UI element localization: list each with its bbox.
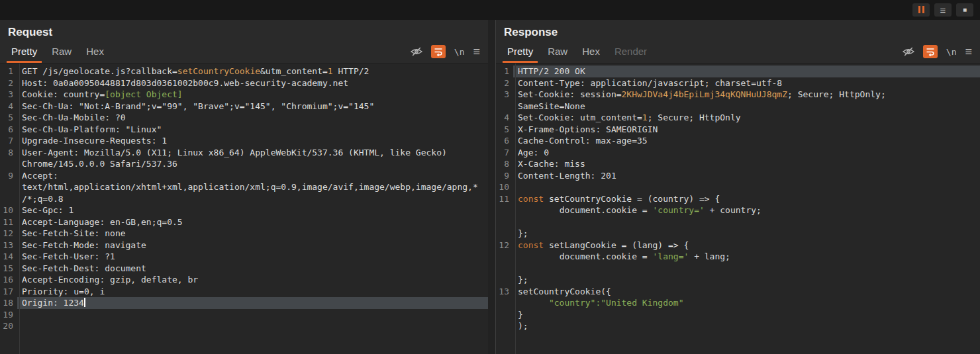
window-top-bar: ≡ ■ — [0, 0, 980, 20]
line-content: Sec-Ch-Ua: "Not:A-Brand";v="99", "Brave"… — [17, 101, 488, 112]
line-number: 17 — [0, 286, 17, 298]
line-content: Accept-Encoding: gzip, deflate, br — [17, 274, 488, 286]
editor-line: 20 — [0, 320, 488, 332]
line-content: Content-Length: 201 — [513, 170, 980, 182]
word-wrap-icon — [434, 47, 443, 56]
line-number: 3 — [0, 89, 17, 101]
editor-line: 10 — [496, 181, 980, 193]
stop-square-icon: ■ — [963, 7, 967, 13]
editor-line: 13setCountryCookie({ "country":"United K… — [496, 286, 980, 332]
editor-line: 12const setLangCookie = (lang) => { docu… — [496, 240, 980, 286]
line-content: Cookie: country=[object Object] — [17, 89, 488, 101]
editor-line: 19 — [0, 309, 488, 321]
editor-line: 15Sec-Fetch-Dest: document — [0, 263, 488, 275]
pause-button[interactable] — [912, 3, 930, 17]
line-number: 11 — [496, 193, 513, 240]
line-number: 7 — [0, 135, 17, 147]
panel-divider[interactable] — [488, 20, 496, 354]
line-number: 12 — [496, 240, 513, 286]
line-content: Age: 0 — [513, 147, 980, 159]
line-content: Accept: text/html,application/xhtml+xml,… — [17, 170, 488, 205]
editor-line: 8X-Cache: miss — [496, 158, 980, 170]
editor-line: 8User-Agent: Mozilla/5.0 (X11; Linux x86… — [0, 147, 488, 170]
line-content: setCountryCookie({ "country":"United Kin… — [513, 286, 980, 332]
editor-line: 7Age: 0 — [496, 147, 980, 159]
layout-menu-icon: ≡ — [940, 5, 946, 15]
response-tab-hex[interactable]: Hex — [575, 40, 607, 63]
request-tab-raw[interactable]: Raw — [44, 40, 79, 63]
word-wrap-button[interactable] — [923, 45, 938, 58]
editor-line: 4Sec-Ch-Ua: "Not:A-Brand";v="99", "Brave… — [0, 101, 488, 112]
word-wrap-icon — [926, 47, 935, 56]
show-newlines-icon[interactable]: \n — [454, 47, 465, 57]
word-wrap-button[interactable] — [431, 45, 446, 58]
line-number: 3 — [496, 89, 513, 112]
stop-button[interactable]: ■ — [956, 3, 973, 17]
request-editor[interactable]: 1GET /js/geolocate.js?callback=setCountr… — [0, 63, 488, 354]
text-cursor — [84, 298, 85, 307]
editor-line: 5Sec-Ch-Ua-Mobile: ?0 — [0, 112, 488, 124]
editor-line: 6Cache-Control: max-age=35 — [496, 135, 980, 147]
line-number: 4 — [496, 112, 513, 124]
hide-highlights-icon[interactable] — [903, 47, 914, 56]
line-number: 1 — [496, 66, 513, 77]
editor-line: 11const setCountryCookie = (country) => … — [496, 193, 980, 240]
editor-line: 3Set-Cookie: session=2KHwJDVa4j4bEpiLmj3… — [496, 89, 980, 112]
tabs-spacer — [654, 40, 903, 63]
line-number: 20 — [0, 320, 17, 332]
hide-highlights-icon[interactable] — [411, 47, 422, 56]
line-number: 14 — [0, 251, 17, 263]
editor-menu-icon[interactable]: ≡ — [473, 46, 480, 58]
editor-line: 12Sec-Fetch-Site: none — [0, 228, 488, 240]
pause-icon — [917, 4, 925, 16]
line-content — [513, 181, 980, 193]
editor-line: 3Cookie: country=[object Object] — [0, 89, 488, 101]
line-number: 9 — [496, 170, 513, 182]
layout-menu-button[interactable]: ≡ — [934, 3, 952, 17]
line-number: 6 — [496, 135, 513, 147]
line-content: HTTP/2 200 OK — [513, 66, 980, 77]
line-content: Sec-Fetch-Site: none — [17, 228, 488, 240]
line-number: 13 — [0, 240, 17, 251]
response-tab-pretty[interactable]: Pretty — [500, 40, 540, 63]
request-panel-title: Request — [0, 20, 488, 40]
line-number: 6 — [0, 124, 17, 136]
line-number: 13 — [496, 286, 513, 332]
line-content — [17, 320, 488, 332]
editor-menu-icon[interactable]: ≡ — [965, 46, 972, 58]
editor-line: 17Priority: u=0, i — [0, 286, 488, 298]
request-tab-pretty[interactable]: Pretty — [4, 40, 44, 63]
line-number: 8 — [496, 158, 513, 170]
editor-line: 4Set-Cookie: utm_content=1; Secure; Http… — [496, 112, 980, 124]
response-tab-raw[interactable]: Raw — [540, 40, 575, 63]
editor-line: 1GET /js/geolocate.js?callback=setCountr… — [0, 66, 488, 77]
editor-line: 9Accept: text/html,application/xhtml+xml… — [0, 170, 488, 205]
line-number: 5 — [496, 124, 513, 136]
response-editor[interactable]: 1HTTP/2 200 OK2Content-Type: application… — [496, 63, 980, 354]
editor-line: 9Content-Length: 201 — [496, 170, 980, 182]
request-tab-hex[interactable]: Hex — [79, 40, 111, 63]
line-content: Sec-Fetch-Mode: navigate — [17, 240, 488, 251]
line-content: User-Agent: Mozilla/5.0 (X11; Linux x86_… — [17, 147, 488, 170]
line-content: const setCountryCookie = (country) => { … — [513, 193, 980, 240]
editor-line: 13Sec-Fetch-Mode: navigate — [0, 240, 488, 251]
line-content: Sec-Fetch-User: ?1 — [17, 251, 488, 263]
editor-line: 18Origin: 1234 — [0, 297, 488, 309]
response-tabs-row: Pretty Raw Hex Render — [496, 40, 980, 63]
line-number: 2 — [496, 77, 513, 89]
show-newlines-icon[interactable]: \n — [946, 47, 957, 57]
line-content: Sec-Fetch-Dest: document — [17, 263, 488, 275]
request-tabs-row: Pretty Raw Hex — [0, 40, 488, 63]
line-number: 2 — [0, 77, 17, 89]
line-number: 18 — [0, 297, 17, 309]
line-number: 16 — [0, 274, 17, 286]
line-number: 5 — [0, 112, 17, 124]
line-content: X-Cache: miss — [513, 158, 980, 170]
line-content: Accept-Language: en-GB,en;q=0.5 — [17, 216, 488, 228]
line-content: Content-Type: application/javascript; ch… — [513, 77, 980, 89]
response-panel: Response Pretty Raw Hex Render — [496, 20, 980, 354]
editor-line: 10Sec-Gpc: 1 — [0, 204, 488, 216]
editor-panels: Request Pretty Raw Hex — [0, 20, 980, 354]
editor-line: 2Content-Type: application/javascript; c… — [496, 77, 980, 89]
line-content: Set-Cookie: session=2KHwJDVa4j4bEpiLmj34… — [513, 89, 980, 112]
